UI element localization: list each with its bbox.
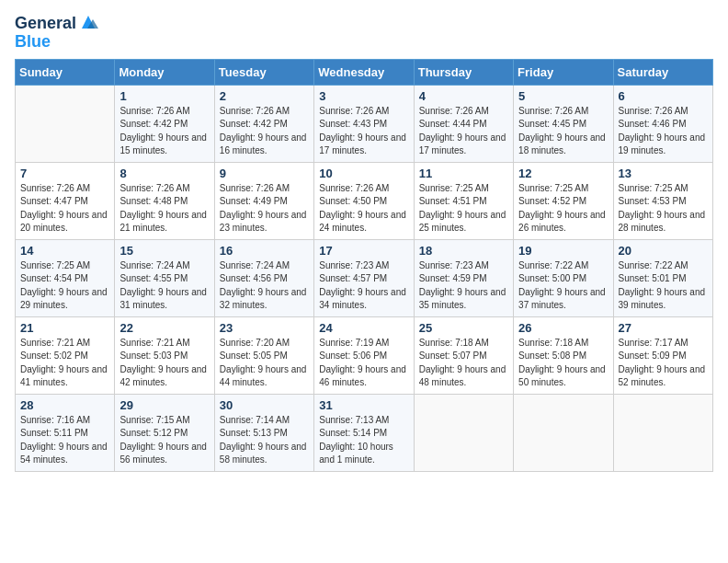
- day-number: 21: [20, 321, 109, 335]
- calendar-body: 1Sunrise: 7:26 AM Sunset: 4:42 PM Daylig…: [16, 85, 713, 471]
- day-detail: Sunrise: 7:22 AM Sunset: 5:01 PM Dayligh…: [619, 259, 708, 313]
- day-number: 27: [619, 321, 708, 335]
- weekday-header-row: SundayMondayTuesdayWednesdayThursdayFrid…: [16, 59, 713, 85]
- day-number: 29: [119, 398, 209, 412]
- calendar-cell: 3Sunrise: 7:26 AM Sunset: 4:43 PM Daylig…: [314, 85, 414, 162]
- calendar-cell: 18Sunrise: 7:23 AM Sunset: 4:59 PM Dayli…: [414, 239, 513, 316]
- calendar-cell: 30Sunrise: 7:14 AM Sunset: 5:13 PM Dayli…: [214, 394, 313, 471]
- day-number: 11: [419, 167, 508, 180]
- day-number: 17: [319, 244, 408, 258]
- day-detail: Sunrise: 7:26 AM Sunset: 4:49 PM Dayligh…: [220, 182, 309, 236]
- week-row-5: 28Sunrise: 7:16 AM Sunset: 5:11 PM Dayli…: [16, 394, 713, 471]
- day-detail: Sunrise: 7:26 AM Sunset: 4:42 PM Dayligh…: [119, 105, 209, 158]
- day-number: 14: [20, 244, 109, 258]
- day-detail: Sunrise: 7:24 AM Sunset: 4:56 PM Dayligh…: [220, 259, 309, 313]
- calendar-cell: 8Sunrise: 7:26 AM Sunset: 4:48 PM Daylig…: [115, 162, 214, 239]
- calendar-cell: 21Sunrise: 7:21 AM Sunset: 5:02 PM Dayli…: [16, 316, 115, 394]
- logo-general: General: [15, 15, 76, 33]
- calendar-cell: 5Sunrise: 7:26 AM Sunset: 4:45 PM Daylig…: [514, 85, 613, 162]
- day-detail: Sunrise: 7:19 AM Sunset: 5:06 PM Dayligh…: [319, 337, 408, 390]
- weekday-header-thursday: Thursday: [414, 59, 513, 85]
- logo-icon: [78, 12, 98, 32]
- calendar-table: SundayMondayTuesdayWednesdayThursdayFrid…: [15, 59, 713, 472]
- calendar-cell: 7Sunrise: 7:26 AM Sunset: 4:47 PM Daylig…: [16, 162, 115, 239]
- calendar-cell: [414, 394, 513, 471]
- day-number: 20: [619, 244, 708, 258]
- calendar-cell: 16Sunrise: 7:24 AM Sunset: 4:56 PM Dayli…: [214, 239, 313, 316]
- calendar-cell: 6Sunrise: 7:26 AM Sunset: 4:46 PM Daylig…: [613, 85, 712, 162]
- day-number: 30: [220, 398, 309, 412]
- day-number: 7: [20, 167, 109, 180]
- calendar-cell: 11Sunrise: 7:25 AM Sunset: 4:51 PM Dayli…: [414, 162, 513, 239]
- calendar-cell: 2Sunrise: 7:26 AM Sunset: 4:42 PM Daylig…: [214, 85, 313, 162]
- day-detail: Sunrise: 7:25 AM Sunset: 4:52 PM Dayligh…: [518, 182, 608, 236]
- calendar-cell: 15Sunrise: 7:24 AM Sunset: 4:55 PM Dayli…: [115, 239, 214, 316]
- day-number: 9: [220, 167, 309, 180]
- day-number: 22: [119, 321, 209, 335]
- weekday-header-friday: Friday: [514, 59, 613, 85]
- day-detail: Sunrise: 7:26 AM Sunset: 4:42 PM Dayligh…: [220, 105, 309, 158]
- calendar-cell: 9Sunrise: 7:26 AM Sunset: 4:49 PM Daylig…: [214, 162, 313, 239]
- calendar-cell: 4Sunrise: 7:26 AM Sunset: 4:44 PM Daylig…: [414, 85, 513, 162]
- day-detail: Sunrise: 7:25 AM Sunset: 4:51 PM Dayligh…: [419, 182, 508, 236]
- calendar-cell: 27Sunrise: 7:17 AM Sunset: 5:09 PM Dayli…: [613, 316, 712, 394]
- day-detail: Sunrise: 7:13 AM Sunset: 5:14 PM Dayligh…: [319, 414, 408, 467]
- day-number: 12: [518, 167, 608, 180]
- day-detail: Sunrise: 7:26 AM Sunset: 4:48 PM Dayligh…: [119, 182, 209, 236]
- calendar-cell: 26Sunrise: 7:18 AM Sunset: 5:08 PM Dayli…: [514, 316, 613, 394]
- day-detail: Sunrise: 7:20 AM Sunset: 5:05 PM Dayligh…: [220, 337, 309, 390]
- week-row-1: 1Sunrise: 7:26 AM Sunset: 4:42 PM Daylig…: [16, 85, 713, 162]
- day-number: 31: [319, 398, 408, 412]
- logo: General Blue: [15, 15, 98, 52]
- calendar-cell: [613, 394, 712, 471]
- week-row-2: 7Sunrise: 7:26 AM Sunset: 4:47 PM Daylig…: [16, 162, 713, 239]
- day-detail: Sunrise: 7:15 AM Sunset: 5:12 PM Dayligh…: [119, 414, 209, 467]
- day-detail: Sunrise: 7:23 AM Sunset: 4:59 PM Dayligh…: [419, 259, 508, 313]
- day-number: 6: [619, 89, 708, 103]
- logo-blue: Blue: [15, 33, 98, 52]
- calendar-cell: 31Sunrise: 7:13 AM Sunset: 5:14 PM Dayli…: [314, 394, 414, 471]
- day-detail: Sunrise: 7:26 AM Sunset: 4:43 PM Dayligh…: [319, 105, 408, 158]
- day-number: 5: [518, 89, 608, 103]
- calendar-cell: 10Sunrise: 7:26 AM Sunset: 4:50 PM Dayli…: [314, 162, 414, 239]
- calendar-cell: 1Sunrise: 7:26 AM Sunset: 4:42 PM Daylig…: [115, 85, 214, 162]
- day-detail: Sunrise: 7:18 AM Sunset: 5:08 PM Dayligh…: [518, 337, 608, 390]
- weekday-header-wednesday: Wednesday: [314, 59, 414, 85]
- day-number: 26: [518, 321, 608, 335]
- calendar-cell: 17Sunrise: 7:23 AM Sunset: 4:57 PM Dayli…: [314, 239, 414, 316]
- calendar-cell: 13Sunrise: 7:25 AM Sunset: 4:53 PM Dayli…: [613, 162, 712, 239]
- calendar-cell: [16, 85, 115, 162]
- day-detail: Sunrise: 7:25 AM Sunset: 4:53 PM Dayligh…: [619, 182, 708, 236]
- weekday-header-sunday: Sunday: [16, 59, 115, 85]
- calendar-cell: 24Sunrise: 7:19 AM Sunset: 5:06 PM Dayli…: [314, 316, 414, 394]
- day-number: 25: [419, 321, 508, 335]
- day-number: 23: [220, 321, 309, 335]
- day-number: 1: [119, 89, 209, 103]
- weekday-header-monday: Monday: [115, 59, 214, 85]
- day-detail: Sunrise: 7:26 AM Sunset: 4:44 PM Dayligh…: [419, 105, 508, 158]
- header: General Blue: [15, 15, 713, 52]
- day-number: 13: [619, 167, 708, 180]
- calendar-cell: 29Sunrise: 7:15 AM Sunset: 5:12 PM Dayli…: [115, 394, 214, 471]
- week-row-4: 21Sunrise: 7:21 AM Sunset: 5:02 PM Dayli…: [16, 316, 713, 394]
- day-detail: Sunrise: 7:26 AM Sunset: 4:46 PM Dayligh…: [619, 105, 708, 158]
- day-detail: Sunrise: 7:14 AM Sunset: 5:13 PM Dayligh…: [220, 414, 309, 467]
- calendar-cell: 14Sunrise: 7:25 AM Sunset: 4:54 PM Dayli…: [16, 239, 115, 316]
- calendar-cell: 23Sunrise: 7:20 AM Sunset: 5:05 PM Dayli…: [214, 316, 313, 394]
- day-number: 2: [220, 89, 309, 103]
- day-detail: Sunrise: 7:16 AM Sunset: 5:11 PM Dayligh…: [20, 414, 109, 467]
- day-detail: Sunrise: 7:17 AM Sunset: 5:09 PM Dayligh…: [619, 337, 708, 390]
- day-detail: Sunrise: 7:26 AM Sunset: 4:45 PM Dayligh…: [518, 105, 608, 158]
- day-number: 10: [319, 167, 408, 180]
- calendar-cell: 19Sunrise: 7:22 AM Sunset: 5:00 PM Dayli…: [514, 239, 613, 316]
- page-container: General Blue SundayMondayTuesdayWednesda…: [0, 0, 728, 479]
- day-number: 24: [319, 321, 408, 335]
- day-number: 19: [518, 244, 608, 258]
- day-number: 3: [319, 89, 408, 103]
- calendar-cell: 28Sunrise: 7:16 AM Sunset: 5:11 PM Dayli…: [16, 394, 115, 471]
- day-detail: Sunrise: 7:21 AM Sunset: 5:03 PM Dayligh…: [119, 337, 209, 390]
- day-detail: Sunrise: 7:23 AM Sunset: 4:57 PM Dayligh…: [319, 259, 408, 313]
- calendar-cell: [514, 394, 613, 471]
- calendar-cell: 22Sunrise: 7:21 AM Sunset: 5:03 PM Dayli…: [115, 316, 214, 394]
- day-number: 18: [419, 244, 508, 258]
